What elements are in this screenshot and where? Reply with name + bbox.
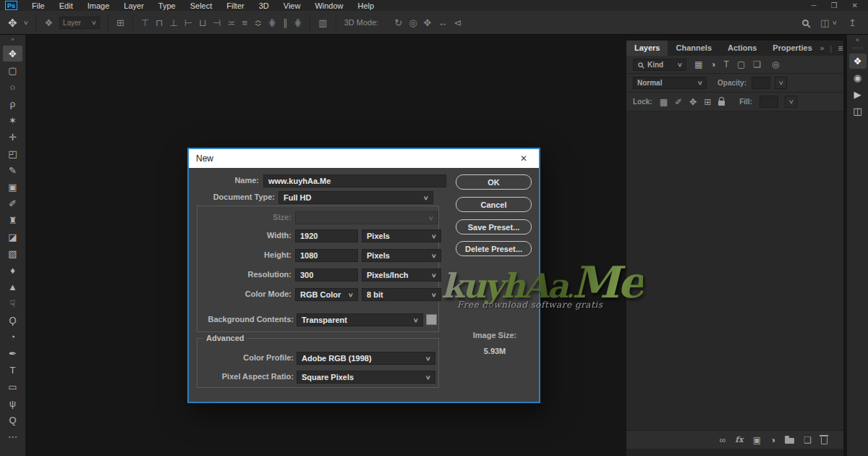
chevron-down-icon[interactable]: ∨ — [22, 20, 28, 26]
tab-channels[interactable]: Channels — [668, 41, 720, 56]
zoom-tool[interactable]: Q — [3, 412, 22, 428]
delete-layer-icon[interactable] — [821, 437, 827, 444]
background-contents-dropdown[interactable]: Transparent ∨ — [297, 313, 423, 326]
advanced-label[interactable]: Advanced — [203, 334, 247, 342]
name-input[interactable]: www.kuyhAa.Me — [263, 174, 446, 187]
tab-properties[interactable]: Properties — [765, 41, 820, 56]
move-tool-icon[interactable]: ✥ — [8, 17, 17, 28]
toolbar-expand-icon[interactable]: » — [11, 36, 14, 43]
opacity-input[interactable] — [752, 77, 770, 89]
panel-menu-icon[interactable]: ≡ — [838, 43, 843, 54]
brush-tool[interactable]: ✐ — [3, 195, 22, 211]
width-input[interactable]: 1920 — [295, 229, 358, 242]
menu-filter[interactable]: Filter — [219, 1, 251, 10]
background-color-swatch[interactable] — [426, 314, 437, 325]
width-unit-dropdown[interactable]: Pixels ∨ — [362, 229, 441, 242]
eyedropper-tool[interactable]: ✎ — [3, 162, 22, 178]
delete-preset-button[interactable]: Delete Preset... — [456, 241, 532, 256]
ok-button[interactable]: OK — [456, 174, 532, 190]
menu-view[interactable]: View — [276, 1, 308, 10]
dock-layers-panel-icon[interactable]: ❖ — [849, 54, 867, 69]
filter-toggle-icon[interactable]: ◎ — [772, 60, 779, 69]
auto-select-dropdown[interactable]: Layer ∨ — [59, 17, 100, 29]
search-icon[interactable] — [802, 20, 809, 26]
lock-position-icon[interactable]: ✥ — [689, 98, 697, 106]
new-group-icon[interactable] — [785, 438, 794, 444]
lock-artboard-icon[interactable]: ⊞ — [704, 98, 711, 106]
drag-3d-camera-icon[interactable]: ✥ — [424, 18, 432, 28]
burn-tool[interactable]: ◔ — [3, 329, 22, 345]
slide-3d-camera-icon[interactable]: ↔ — [438, 18, 448, 28]
filter-adjustment-layers-icon[interactable]: ◑ — [710, 60, 715, 69]
lock-image-pixels-icon[interactable]: ✐ — [675, 98, 682, 106]
roll-3d-camera-icon[interactable]: ◎ — [409, 18, 417, 28]
height-input[interactable]: 1080 — [295, 249, 358, 262]
distribute-left-edges-icon[interactable]: ⋕ — [268, 18, 276, 28]
distribute-spacing-icon[interactable]: ▥ — [318, 18, 327, 28]
opacity-chevron[interactable]: ∨ — [775, 77, 787, 89]
resolution-unit-dropdown[interactable]: Pixels/Inch ∨ — [362, 269, 441, 282]
hand-tool[interactable]: ψ — [3, 395, 22, 411]
quick-selection-tool[interactable]: ✶ — [3, 112, 22, 128]
type-tool[interactable]: T — [3, 362, 22, 378]
color-profile-dropdown[interactable]: Adobe RGB (1998) ∨ — [297, 352, 435, 365]
fill-chevron[interactable]: ∨ — [785, 96, 797, 108]
menu-select[interactable]: Select — [183, 1, 220, 10]
filter-pixel-layers-icon[interactable]: ▦ — [694, 60, 702, 69]
color-mode-dropdown[interactable]: RGB Color ∨ — [295, 288, 358, 301]
minimize-button[interactable]: ─ — [812, 1, 817, 9]
align-right-edges-icon[interactable]: ⊣ — [213, 18, 221, 28]
eraser-tool[interactable]: ◪ — [3, 229, 22, 245]
tab-actions[interactable]: Actions — [720, 41, 765, 56]
align-vertical-centers-icon[interactable]: ⊓ — [156, 18, 163, 28]
distribute-right-edges-icon[interactable]: ⋕ — [294, 18, 302, 28]
lock-transparent-pixels-icon[interactable]: ▦ — [660, 98, 668, 106]
dodge-tool[interactable]: Ϙ — [3, 312, 22, 328]
move-tool[interactable]: ✥ — [3, 46, 22, 62]
link-layers-icon[interactable]: ∞ — [720, 436, 726, 444]
clone-stamp-tool[interactable]: ♜ — [3, 212, 22, 228]
menu-help[interactable]: Help — [351, 1, 382, 10]
menu-file[interactable]: File — [25, 1, 52, 10]
dock-expand-icon[interactable]: « — [856, 35, 859, 44]
dock-actions-panel-icon[interactable]: ▶ — [849, 87, 867, 102]
fill-input[interactable] — [760, 96, 778, 108]
menu-3d[interactable]: 3D — [252, 1, 276, 10]
align-bottom-edges-icon[interactable]: ⊥ — [169, 18, 177, 28]
lock-all-icon[interactable] — [718, 101, 725, 106]
healing-brush-tool[interactable]: ✛ — [3, 129, 22, 145]
distribute-top-edges-icon[interactable]: ≍ — [228, 18, 236, 28]
menu-edit[interactable]: Edit — [52, 1, 80, 10]
tab-layers[interactable]: Layers — [626, 41, 668, 56]
new-layer-icon[interactable]: ❑ — [804, 436, 812, 444]
close-button[interactable]: ✕ — [852, 1, 858, 9]
save-preset-button[interactable]: Save Preset... — [456, 219, 532, 235]
edit-toolbar-icon[interactable]: ⋯ — [3, 428, 22, 444]
shape-tool[interactable]: ▭ — [3, 379, 22, 394]
layer-style-fx-icon[interactable]: fx — [735, 436, 743, 444]
align-horizontal-centers-icon[interactable]: ⊔ — [199, 18, 206, 28]
share-icon[interactable]: ↥ — [848, 18, 856, 28]
menu-type[interactable]: Type — [151, 1, 183, 10]
kind-filter-dropdown[interactable]: Kind ∨ — [633, 59, 686, 71]
height-unit-dropdown[interactable]: Pixels ∨ — [362, 249, 441, 262]
document-type-dropdown[interactable]: Full HD ∨ — [278, 191, 433, 204]
auto-select-icon[interactable]: ❖ — [44, 18, 53, 28]
lasso-tool[interactable]: ρ — [3, 96, 22, 111]
move-3d-camera-icon[interactable]: ⊲ — [454, 18, 462, 28]
bit-depth-dropdown[interactable]: 8 bit ∨ — [362, 288, 441, 301]
distribute-vertical-centers-icon[interactable]: ≡ — [242, 18, 248, 28]
distribute-bottom-edges-icon[interactable]: ≎ — [254, 18, 262, 28]
crop-tool[interactable]: ◰ — [3, 145, 22, 161]
restore-button[interactable]: ❒ — [831, 1, 838, 9]
dialog-close-icon[interactable]: ✕ — [516, 153, 532, 164]
filter-smart-objects-icon[interactable]: ❏ — [753, 60, 761, 69]
layer-mask-icon[interactable]: ▣ — [753, 436, 761, 444]
blur-tool[interactable]: ♦ — [3, 262, 22, 278]
menu-layer[interactable]: Layer — [116, 1, 151, 10]
menu-window[interactable]: Window — [307, 1, 350, 10]
workspace-switcher-icon[interactable]: ◫ — [820, 18, 829, 28]
adjustment-layer-icon[interactable]: ◑ — [770, 436, 775, 444]
dialog-title-bar[interactable]: New ✕ — [189, 149, 539, 168]
menu-image[interactable]: Image — [80, 1, 117, 10]
